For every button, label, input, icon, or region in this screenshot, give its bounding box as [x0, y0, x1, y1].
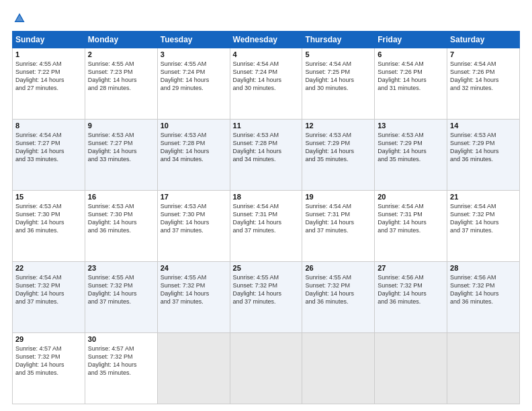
calendar-cell — [375, 333, 447, 404]
calendar-week-2: 15Sunrise: 4:53 AM Sunset: 7:30 PM Dayli… — [13, 191, 520, 262]
calendar-week-1: 8Sunrise: 4:54 AM Sunset: 7:27 PM Daylig… — [13, 120, 520, 191]
calendar-cell: 21Sunrise: 4:54 AM Sunset: 7:32 PM Dayli… — [447, 191, 520, 262]
calendar-cell: 15Sunrise: 4:53 AM Sunset: 7:30 PM Dayli… — [13, 191, 85, 262]
calendar-cell: 1Sunrise: 4:55 AM Sunset: 7:22 PM Daylig… — [13, 48, 85, 120]
calendar-cell: 3Sunrise: 4:55 AM Sunset: 7:24 PM Daylig… — [157, 48, 230, 120]
calendar-week-3: 22Sunrise: 4:54 AM Sunset: 7:32 PM Dayli… — [13, 262, 520, 333]
day-number: 30 — [88, 335, 154, 343]
day-number: 23 — [88, 264, 154, 272]
day-info: Sunrise: 4:53 AM Sunset: 7:29 PM Dayligh… — [305, 131, 371, 164]
day-number: 10 — [161, 122, 227, 130]
calendar-cell: 19Sunrise: 4:54 AM Sunset: 7:31 PM Dayli… — [302, 191, 375, 262]
day-number: 12 — [305, 122, 371, 130]
day-number: 28 — [450, 264, 517, 272]
day-info: Sunrise: 4:53 AM Sunset: 7:28 PM Dayligh… — [233, 131, 300, 164]
day-info: Sunrise: 4:56 AM Sunset: 7:32 PM Dayligh… — [378, 273, 444, 306]
day-number: 17 — [161, 193, 227, 201]
calendar-cell: 11Sunrise: 4:53 AM Sunset: 7:28 PM Dayli… — [230, 120, 302, 191]
calendar-header-friday: Friday — [375, 32, 447, 48]
day-info: Sunrise: 4:57 AM Sunset: 7:32 PM Dayligh… — [15, 345, 82, 377]
day-number: 13 — [378, 122, 444, 130]
calendar-cell: 25Sunrise: 4:55 AM Sunset: 7:32 PM Dayli… — [230, 262, 302, 333]
day-number: 6 — [378, 50, 444, 58]
day-info: Sunrise: 4:53 AM Sunset: 7:30 PM Dayligh… — [15, 202, 82, 235]
day-info: Sunrise: 4:55 AM Sunset: 7:23 PM Dayligh… — [88, 60, 154, 93]
calendar-cell: 22Sunrise: 4:54 AM Sunset: 7:32 PM Dayli… — [13, 262, 85, 333]
day-info: Sunrise: 4:54 AM Sunset: 7:26 PM Dayligh… — [450, 60, 517, 93]
calendar-header-wednesday: Wednesday — [230, 32, 302, 48]
calendar-cell — [302, 333, 375, 404]
day-info: Sunrise: 4:53 AM Sunset: 7:29 PM Dayligh… — [378, 131, 444, 164]
day-info: Sunrise: 4:57 AM Sunset: 7:32 PM Dayligh… — [88, 345, 154, 377]
day-info: Sunrise: 4:55 AM Sunset: 7:32 PM Dayligh… — [233, 273, 300, 306]
calendar-cell: 29Sunrise: 4:57 AM Sunset: 7:32 PM Dayli… — [13, 333, 85, 404]
calendar-cell: 17Sunrise: 4:53 AM Sunset: 7:30 PM Dayli… — [157, 191, 230, 262]
day-info: Sunrise: 4:53 AM Sunset: 7:27 PM Dayligh… — [88, 131, 154, 164]
calendar-cell: 7Sunrise: 4:54 AM Sunset: 7:26 PM Daylig… — [447, 48, 520, 120]
calendar-cell: 4Sunrise: 4:54 AM Sunset: 7:24 PM Daylig… — [230, 48, 302, 120]
day-number: 1 — [15, 50, 82, 58]
calendar-cell — [230, 333, 302, 404]
day-number: 27 — [378, 264, 444, 272]
calendar-header-monday: Monday — [85, 32, 157, 48]
calendar-cell — [447, 333, 520, 404]
calendar-header-saturday: Saturday — [447, 32, 520, 48]
logo-text — [12, 12, 28, 24]
day-info: Sunrise: 4:54 AM Sunset: 7:24 PM Dayligh… — [233, 60, 300, 93]
logo-icon — [13, 12, 26, 24]
calendar-table: SundayMondayTuesdayWednesdayThursdayFrid… — [12, 31, 520, 404]
calendar-cell: 9Sunrise: 4:53 AM Sunset: 7:27 PM Daylig… — [85, 120, 157, 191]
day-number: 25 — [233, 264, 300, 272]
calendar-cell: 13Sunrise: 4:53 AM Sunset: 7:29 PM Dayli… — [375, 120, 447, 191]
calendar-header-thursday: Thursday — [302, 32, 375, 48]
day-number: 19 — [305, 193, 371, 201]
calendar-header-sunday: Sunday — [13, 32, 85, 48]
calendar-cell: 5Sunrise: 4:54 AM Sunset: 7:25 PM Daylig… — [302, 48, 375, 120]
calendar-cell: 12Sunrise: 4:53 AM Sunset: 7:29 PM Dayli… — [302, 120, 375, 191]
calendar-cell: 24Sunrise: 4:55 AM Sunset: 7:32 PM Dayli… — [157, 262, 230, 333]
day-info: Sunrise: 4:54 AM Sunset: 7:27 PM Dayligh… — [15, 131, 82, 164]
calendar-week-4: 29Sunrise: 4:57 AM Sunset: 7:32 PM Dayli… — [13, 333, 520, 404]
day-info: Sunrise: 4:54 AM Sunset: 7:31 PM Dayligh… — [233, 202, 300, 235]
day-info: Sunrise: 4:56 AM Sunset: 7:32 PM Dayligh… — [450, 273, 517, 306]
day-number: 8 — [15, 122, 82, 130]
day-number: 20 — [378, 193, 444, 201]
calendar-cell: 6Sunrise: 4:54 AM Sunset: 7:26 PM Daylig… — [375, 48, 447, 120]
day-info: Sunrise: 4:54 AM Sunset: 7:32 PM Dayligh… — [450, 202, 517, 235]
day-number: 3 — [161, 50, 227, 58]
day-info: Sunrise: 4:54 AM Sunset: 7:31 PM Dayligh… — [378, 202, 444, 235]
day-number: 24 — [161, 264, 227, 272]
day-number: 21 — [450, 193, 517, 201]
day-info: Sunrise: 4:53 AM Sunset: 7:30 PM Dayligh… — [161, 202, 227, 235]
day-number: 11 — [233, 122, 300, 130]
calendar-cell: 20Sunrise: 4:54 AM Sunset: 7:31 PM Dayli… — [375, 191, 447, 262]
day-info: Sunrise: 4:54 AM Sunset: 7:32 PM Dayligh… — [15, 273, 82, 306]
calendar-cell: 2Sunrise: 4:55 AM Sunset: 7:23 PM Daylig… — [85, 48, 157, 120]
day-info: Sunrise: 4:55 AM Sunset: 7:24 PM Dayligh… — [161, 60, 227, 93]
calendar-cell: 10Sunrise: 4:53 AM Sunset: 7:28 PM Dayli… — [157, 120, 230, 191]
calendar-cell: 16Sunrise: 4:53 AM Sunset: 7:30 PM Dayli… — [85, 191, 157, 262]
day-info: Sunrise: 4:54 AM Sunset: 7:31 PM Dayligh… — [305, 202, 371, 235]
day-number: 29 — [15, 335, 82, 343]
calendar-cell: 14Sunrise: 4:53 AM Sunset: 7:29 PM Dayli… — [447, 120, 520, 191]
day-number: 4 — [233, 50, 300, 58]
calendar-cell: 28Sunrise: 4:56 AM Sunset: 7:32 PM Dayli… — [447, 262, 520, 333]
calendar-cell: 30Sunrise: 4:57 AM Sunset: 7:32 PM Dayli… — [85, 333, 157, 404]
calendar-header-row: SundayMondayTuesdayWednesdayThursdayFrid… — [13, 32, 520, 48]
calendar-header-tuesday: Tuesday — [157, 32, 230, 48]
day-info: Sunrise: 4:55 AM Sunset: 7:32 PM Dayligh… — [305, 273, 371, 306]
day-number: 26 — [305, 264, 371, 272]
calendar-cell: 18Sunrise: 4:54 AM Sunset: 7:31 PM Dayli… — [230, 191, 302, 262]
day-info: Sunrise: 4:53 AM Sunset: 7:29 PM Dayligh… — [450, 131, 517, 164]
day-number: 9 — [88, 122, 154, 130]
day-number: 7 — [450, 50, 517, 58]
day-info: Sunrise: 4:54 AM Sunset: 7:25 PM Dayligh… — [305, 60, 371, 93]
page: SundayMondayTuesdayWednesdayThursdayFrid… — [0, 0, 532, 411]
calendar-week-0: 1Sunrise: 4:55 AM Sunset: 7:22 PM Daylig… — [13, 48, 520, 120]
calendar-cell — [157, 333, 230, 404]
day-info: Sunrise: 4:55 AM Sunset: 7:32 PM Dayligh… — [88, 273, 154, 306]
day-info: Sunrise: 4:55 AM Sunset: 7:22 PM Dayligh… — [15, 60, 82, 93]
day-number: 2 — [88, 50, 154, 58]
day-info: Sunrise: 4:54 AM Sunset: 7:26 PM Dayligh… — [378, 60, 444, 93]
day-number: 18 — [233, 193, 300, 201]
